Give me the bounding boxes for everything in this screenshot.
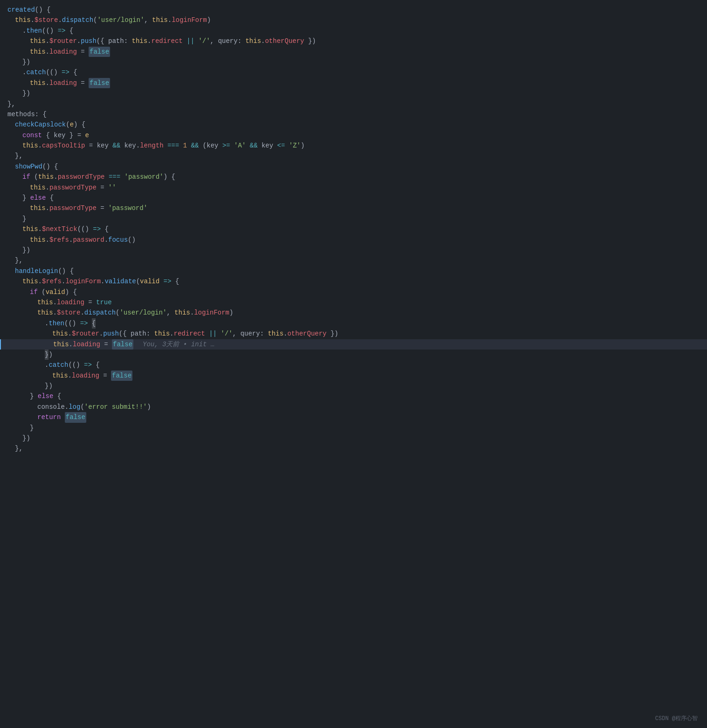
- code-line-17: if (this.passwordType === 'password') {: [0, 172, 707, 182]
- code-line-35: .catch(() => {: [0, 360, 707, 370]
- code-line-28: if (valid) {: [0, 287, 707, 297]
- code-line-7: .catch(() => {: [0, 67, 707, 77]
- code-line-13: const { key } = e: [0, 130, 707, 140]
- code-line-33: this.loading = falseYou, 3天前 • init …: [0, 339, 707, 350]
- code-line-5: this.loading = false: [0, 47, 707, 57]
- code-line-41: }: [0, 423, 707, 433]
- code-line-14: this.capsTooltip = key && key.length ===…: [0, 140, 707, 151]
- code-line-10: },: [0, 99, 707, 109]
- code-line-11: methods: {: [0, 109, 707, 119]
- code-line-12: checkCapslock(e) {: [0, 119, 707, 130]
- code-line-8: this.loading = false: [0, 78, 707, 88]
- code-line-30: this.$store.dispatch('user/login', this.…: [0, 308, 707, 318]
- code-line-22: this.$nextTick(() => {: [0, 224, 707, 234]
- code-line-21: }: [0, 214, 707, 224]
- code-line-40: return false: [0, 412, 707, 422]
- code-line-39: console.log('error submit!!'): [0, 402, 707, 412]
- code-line-9: }): [0, 88, 707, 98]
- code-line-1: created() {: [0, 5, 707, 15]
- token-created: created: [7, 5, 35, 15]
- code-line-23: this.$refs.password.focus(): [0, 235, 707, 245]
- code-line-19: } else {: [0, 193, 707, 203]
- code-line-26: handleLogin() {: [0, 266, 707, 276]
- code-line-38: } else {: [0, 391, 707, 401]
- code-line-2: this.$store.dispatch('user/login', this.…: [0, 15, 707, 25]
- code-line-18: this.passwordType = '': [0, 182, 707, 193]
- code-line-20: this.passwordType = 'password': [0, 203, 707, 213]
- code-line-6: }): [0, 57, 707, 67]
- code-line-32: this.$router.push({ path: this.redirect …: [0, 329, 707, 339]
- code-line-36: this.loading = false: [0, 371, 707, 381]
- code-line-4: this.$router.push({ path: this.redirect …: [0, 36, 707, 46]
- code-line-31: .then(() => {: [0, 318, 707, 329]
- code-line-3: .then(() => {: [0, 26, 707, 36]
- code-line-27: this.$refs.loginForm.validate(valid => {: [0, 276, 707, 287]
- code-line-29: this.loading = true: [0, 297, 707, 308]
- code-line-16: showPwd() {: [0, 161, 707, 172]
- code-line-43: },: [0, 443, 707, 454]
- code-line-34: }): [0, 350, 707, 360]
- watermark-text: CSDN @程序心智: [655, 714, 698, 723]
- code-editor: created() { this.$store.dispatch('user/l…: [0, 0, 707, 459]
- git-annotation: You, 3天前 • init …: [143, 339, 215, 350]
- code-line-25: },: [0, 255, 707, 266]
- code-line-42: }): [0, 433, 707, 443]
- code-line-24: }): [0, 245, 707, 255]
- code-line-37: }): [0, 381, 707, 391]
- code-line-15: },: [0, 151, 707, 161]
